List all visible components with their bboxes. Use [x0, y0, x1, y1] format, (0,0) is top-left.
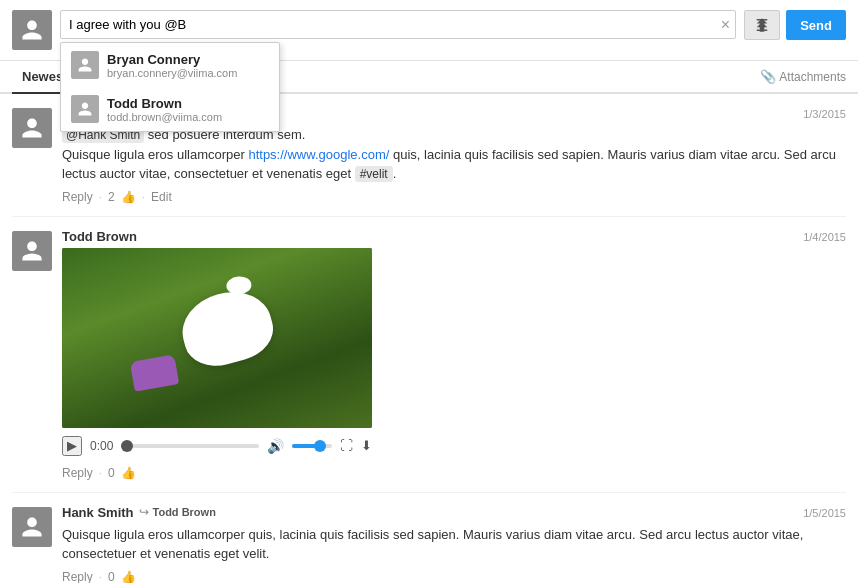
video-scene: [62, 248, 372, 428]
download-icon[interactable]: ⬇: [361, 438, 372, 453]
clear-button[interactable]: ×: [721, 17, 730, 33]
comment-1-link[interactable]: https://www.google.com/: [248, 147, 389, 162]
dog-blob: [174, 282, 279, 373]
comment-2-avatar: [12, 231, 52, 271]
reply-to-indicator: ↪ Todd Brown: [139, 505, 216, 519]
comment-2-actions: Reply · 0 👍: [62, 466, 846, 480]
attachments-link[interactable]: 📎 Attachments: [760, 69, 846, 84]
todd-avatar-ac: [71, 95, 99, 123]
progress-dot: [121, 440, 133, 452]
bryan-info: Bryan Connery bryan.connery@viima.com: [107, 52, 237, 79]
volume-dot: [314, 440, 326, 452]
comment-item-2: Todd Brown 1/4/2015 ▶ 0:00: [12, 217, 846, 493]
comment-1-text: @Hank Smith sed posuere interdum sem. Qu…: [62, 125, 846, 184]
volume-fill: [292, 444, 316, 448]
comment-3-date: 1/5/2015: [803, 507, 846, 519]
reply-to-name: Todd Brown: [153, 506, 216, 518]
comment-1-actions: Reply · 2 👍 · Edit: [62, 190, 846, 204]
comment-1-reply[interactable]: Reply: [62, 190, 93, 204]
bryan-name: Bryan Connery: [107, 52, 237, 67]
reply-arrow-icon: ↪: [139, 505, 149, 519]
todd-name-ac: Todd Brown: [107, 96, 222, 111]
compose-area: × Bryan Connery bryan.connery@viima.com …: [0, 0, 858, 61]
bryan-avatar: [71, 51, 99, 79]
comment-1-edit[interactable]: Edit: [151, 190, 172, 204]
compose-actions: Send: [744, 10, 846, 40]
comment-3-avatar: [12, 507, 52, 547]
comment-3-likes: 0: [108, 570, 115, 584]
video-container[interactable]: [62, 248, 372, 428]
comment-1-like-icon[interactable]: 👍: [121, 190, 136, 204]
attachments-label: Attachments: [779, 70, 846, 84]
comment-3-header: Hank Smith ↪ Todd Brown 1/5/2015: [62, 505, 846, 521]
comment-1-text-main: Quisque ligula eros ullamcorper: [62, 147, 248, 162]
purple-object: [130, 354, 180, 391]
upload-button[interactable]: [744, 10, 780, 40]
hashtag-velit: #velit: [355, 166, 393, 182]
autocomplete-dropdown: Bryan Connery bryan.connery@viima.com To…: [60, 42, 280, 132]
autocomplete-item-bryan[interactable]: Bryan Connery bryan.connery@viima.com: [61, 43, 279, 87]
video-controls: ▶ 0:00 🔊 ⛶ ⬇: [62, 432, 372, 460]
comments-feed: You 1/3/2015 @Hank Smith sed posuere int…: [0, 94, 858, 583]
volume-icon[interactable]: 🔊: [267, 438, 284, 454]
comment-2-date: 1/4/2015: [803, 231, 846, 243]
progress-bar[interactable]: [121, 444, 259, 448]
comment-3-actions: Reply · 0 👍: [62, 570, 846, 584]
comment-item-3: Hank Smith ↪ Todd Brown 1/5/2015 Quisque…: [12, 493, 846, 584]
comment-2-author: Todd Brown: [62, 229, 137, 244]
todd-info-ac: Todd Brown todd.brown@viima.com: [107, 96, 222, 123]
video-time: 0:00: [90, 439, 113, 453]
expand-icon[interactable]: ⛶: [340, 438, 353, 453]
comment-2-reply[interactable]: Reply: [62, 466, 93, 480]
compose-avatar: [12, 10, 52, 50]
comment-2-likes: 0: [108, 466, 115, 480]
todd-email-ac: todd.brown@viima.com: [107, 111, 222, 123]
comment-2-body: Todd Brown 1/4/2015 ▶ 0:00: [62, 229, 846, 480]
attachment-icon: 📎: [760, 69, 776, 84]
bryan-email: bryan.connery@viima.com: [107, 67, 237, 79]
autocomplete-item-todd[interactable]: Todd Brown todd.brown@viima.com: [61, 87, 279, 131]
compose-input-wrapper: × Bryan Connery bryan.connery@viima.com …: [60, 10, 736, 39]
comment-1-likes: 2: [108, 190, 115, 204]
upload-icon: [753, 16, 771, 34]
comment-3-like-icon[interactable]: 👍: [121, 570, 136, 584]
comment-2-header: Todd Brown 1/4/2015: [62, 229, 846, 244]
comment-1-avatar: [12, 108, 52, 148]
send-button[interactable]: Send: [786, 10, 846, 40]
play-icon: ▶: [67, 438, 77, 453]
comment-1-date: 1/3/2015: [803, 108, 846, 120]
compose-input[interactable]: [60, 10, 736, 39]
comment-3-body: Hank Smith ↪ Todd Brown 1/5/2015 Quisque…: [62, 505, 846, 584]
volume-bar[interactable]: [292, 444, 332, 448]
comment-3-reply[interactable]: Reply: [62, 570, 93, 584]
comment-3-author: Hank Smith: [62, 505, 134, 520]
comment-2-like-icon[interactable]: 👍: [121, 466, 136, 480]
comment-3-text: Quisque ligula eros ullamcorper quis, la…: [62, 525, 846, 564]
play-button[interactable]: ▶: [62, 436, 82, 456]
